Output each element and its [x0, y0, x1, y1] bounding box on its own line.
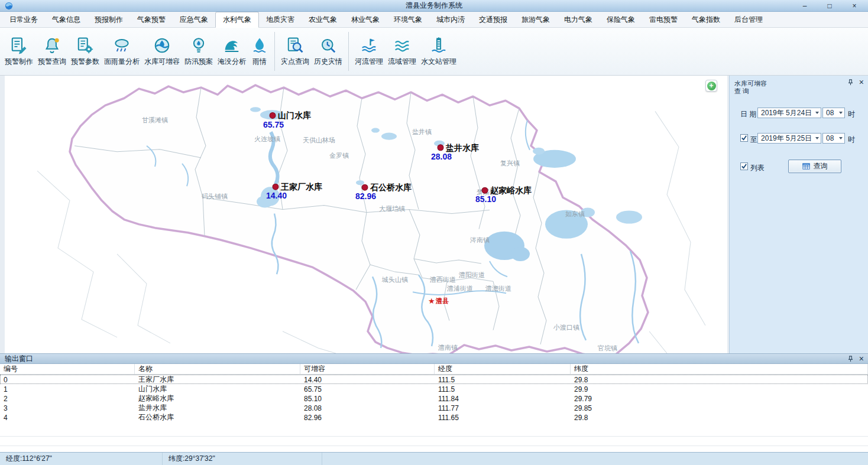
town-label: 澧澹街道: [485, 285, 511, 292]
town-label: 小渡口镇: [553, 324, 579, 331]
toolbar-button[interactable]: 历史灾情: [312, 34, 345, 70]
toolbar-button[interactable]: 水文站管理: [419, 34, 459, 70]
panel-close-icon[interactable]: ×: [859, 79, 864, 86]
table-row[interactable]: 4石公桥水库82.96111.6529.8: [0, 412, 868, 422]
toolbar-button-label: 雨情: [252, 57, 267, 67]
menu-tab[interactable]: 水利气象: [215, 12, 259, 28]
longitude-status: 经度:112°6'27": [0, 453, 163, 465]
table-row[interactable]: 1山门水库65.75111.529.9: [0, 384, 868, 394]
toolbar-button[interactable]: 水库可增容: [142, 34, 182, 70]
menu-tab[interactable]: 气象信息: [45, 12, 88, 27]
table-cell: 0: [0, 376, 135, 384]
reservoir-marker[interactable]: [482, 187, 488, 193]
output-window: 输出窗口 × 编号名称可增容经度纬度 0王家厂水库14.40111.529.81…: [0, 353, 868, 452]
reservoir-marker[interactable]: [438, 145, 443, 151]
column-header[interactable]: 可增容: [300, 364, 435, 374]
menu-tab[interactable]: 日常业务: [2, 12, 45, 27]
chevron-down-icon: [815, 112, 819, 114]
plus-icon: +: [707, 82, 716, 90]
start-date-select[interactable]: 2019年 5月24日: [757, 108, 821, 118]
menu-tab[interactable]: 后台管理: [727, 12, 770, 27]
table-cell: 赵家峪水库: [135, 394, 300, 404]
toolbar-button-label: 水文站管理: [421, 57, 456, 67]
pin-icon[interactable]: [847, 356, 854, 362]
county-name-label: 澧县: [435, 297, 449, 304]
toolbar-button[interactable]: 灾点查询: [278, 34, 312, 70]
column-header[interactable]: 编号: [0, 364, 135, 374]
close-button[interactable]: ×: [850, 1, 859, 11]
toolbar-button-label: 淹没分析: [218, 57, 246, 67]
reservoir-value-label: 28.08: [431, 152, 452, 161]
toolbar-button-label: 面雨量分析: [104, 57, 140, 67]
alert-make-icon: [10, 37, 28, 54]
menu-tab[interactable]: 保险气象: [600, 12, 642, 27]
end-date-select[interactable]: 2019年 5月25日: [757, 133, 821, 144]
town-label: 大堰垱镇: [379, 205, 405, 212]
toolbar-button[interactable]: 河流管理: [352, 34, 386, 70]
reservoir-value-label: 85.10: [475, 194, 496, 204]
end-hour-value: 08: [826, 134, 834, 142]
table-row[interactable]: 0王家厂水库14.40111.529.8: [0, 375, 868, 384]
reservoir-capacity-icon: [153, 37, 171, 54]
toolbar-button[interactable]: 雨情: [248, 34, 271, 70]
reservoir-marker[interactable]: [273, 184, 278, 190]
menu-tab[interactable]: 旅游气象: [514, 12, 557, 27]
toolbar-button[interactable]: 预警查询: [35, 34, 69, 70]
menu-tab[interactable]: 交通预报: [472, 12, 514, 27]
toolbar-button[interactable]: 面雨量分析: [102, 34, 142, 70]
rain-condition-icon: [251, 37, 268, 54]
toolbar-button[interactable]: 预警参数: [69, 34, 102, 70]
county-map: 甘溪滩镇火连坡镇天供山林场金罗镇盐井镇复兴镇码头铺镇梦溪镇大堰垱镇涔南镇如东镇城…: [5, 76, 727, 353]
table-cell: 4: [0, 414, 135, 422]
table-cell: 王家厂水库: [135, 375, 300, 385]
flood-plan-icon: [190, 37, 208, 54]
pin-icon[interactable]: [847, 79, 854, 86]
to-checkbox[interactable]: [740, 134, 748, 142]
reservoir-marker[interactable]: [362, 184, 368, 190]
hour-unit-label: 时: [848, 135, 855, 145]
toolbar-button-label: 预警制作: [5, 57, 33, 67]
column-header[interactable]: 经度: [435, 364, 571, 374]
reservoir-marker[interactable]: [270, 112, 276, 118]
latitude-status: 纬度:29°37'32": [163, 453, 322, 465]
menu-tab[interactable]: 环境气象: [387, 12, 429, 27]
toolbar-separator: [274, 32, 275, 71]
table-row[interactable]: 2赵家峪水库85.10111.8429.79: [0, 394, 868, 403]
column-header[interactable]: 纬度: [571, 364, 868, 374]
menu-tab[interactable]: 地质灾害: [259, 12, 302, 27]
column-header[interactable]: 名称: [135, 364, 300, 374]
toolbar-button[interactable]: 淹没分析: [215, 34, 248, 70]
town-label: 官垸镇: [598, 344, 617, 352]
menu-tab[interactable]: 雷电预警: [642, 12, 685, 27]
basin-manage-icon: [393, 37, 411, 54]
zoom-in-button[interactable]: +: [705, 80, 717, 92]
reservoir-query-panel: 水库可增容查 询 × 日 期 2019年 5月24日 08 时: [729, 76, 868, 353]
menu-tab[interactable]: 电力气象: [557, 12, 600, 27]
end-hour-select[interactable]: 08: [822, 133, 845, 144]
menu-tab[interactable]: 气象预警: [130, 12, 173, 27]
menu-tab[interactable]: 预报制作: [88, 12, 130, 27]
menu-tab[interactable]: 气象指数: [685, 12, 727, 27]
table-cell: 111.77: [435, 404, 571, 412]
menu-tab[interactable]: 林业气象: [344, 12, 387, 27]
start-hour-select[interactable]: 08: [822, 108, 845, 118]
output-table: 编号名称可增容经度纬度 0王家厂水库14.40111.529.81山门水库65.…: [0, 364, 868, 452]
menu-tab[interactable]: 农业气象: [302, 12, 344, 27]
menu-tab[interactable]: 应急气象: [173, 12, 215, 27]
start-date-value: 2019年 5月24日: [761, 108, 812, 118]
town-label: 盐井镇: [412, 128, 432, 135]
toolbar-button[interactable]: 流域管理: [386, 34, 419, 70]
maximize-button[interactable]: □: [825, 1, 834, 11]
output-close-icon[interactable]: ×: [859, 356, 864, 362]
table-row[interactable]: 3盐井水库28.08111.7729.85: [0, 403, 868, 412]
list-checkbox[interactable]: [740, 162, 748, 170]
query-button[interactable]: 查询: [788, 160, 841, 173]
minimize-button[interactable]: –: [801, 1, 809, 11]
toolbar-button[interactable]: 防汛预案: [182, 34, 215, 70]
toolbar-button[interactable]: 预警制作: [2, 34, 35, 70]
alert-query-icon: [43, 37, 61, 54]
menu-tab[interactable]: 城市内涝: [429, 12, 472, 27]
map-area[interactable]: 甘溪滩镇火连坡镇天供山林场金罗镇盐井镇复兴镇码头铺镇梦溪镇大堰垱镇涔南镇如东镇城…: [5, 76, 727, 353]
toolbar-button-label: 预警查询: [38, 57, 66, 67]
toolbar: 预警制作预警查询预警参数面雨量分析水库可增容防汛预案淹没分析雨情灾点查询历史灾情…: [0, 28, 868, 76]
